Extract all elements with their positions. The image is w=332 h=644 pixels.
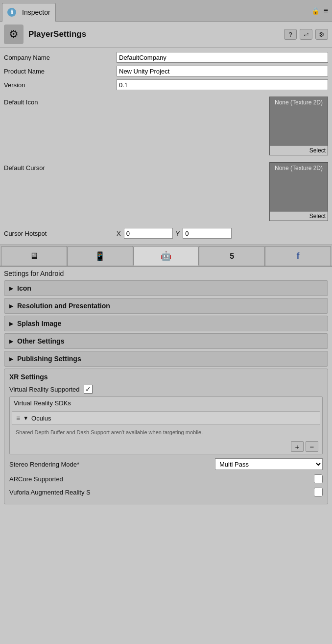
stereo-rendering-label: Stereo Rendering Mode* <box>9 461 215 468</box>
other-settings-label: Other Settings <box>17 337 64 345</box>
company-name-row: Company Name <box>4 51 328 63</box>
info-icon: ℹ <box>7 8 16 17</box>
help-button[interactable]: ? <box>284 29 297 40</box>
default-icon-select-button[interactable]: Select <box>270 146 328 155</box>
vr-supported-label: Virtual Reality Supported <box>9 386 80 393</box>
facebook-icon: f <box>297 251 300 261</box>
vr-sdk-add-button[interactable]: + <box>291 441 304 452</box>
resolution-section-header[interactable]: ▶ Resolution and Presentation <box>4 298 328 313</box>
resolution-section: ▶ Resolution and Presentation <box>4 298 328 314</box>
cursor-hotspot-x-input[interactable] <box>124 228 173 239</box>
oculus-sdk-name: Oculus <box>31 415 51 422</box>
cursor-hotspot-label: Cursor Hotspot <box>4 230 117 237</box>
xr-settings-title: XR Settings <box>9 373 323 381</box>
default-cursor-texture-label: None (Texture 2D) <box>273 163 325 172</box>
inspector-tab-label: Inspector <box>22 8 50 16</box>
default-icon-area: Default Icon None (Texture 2D) Select <box>4 97 328 160</box>
standalone-icon: 🖥 <box>29 251 38 261</box>
version-row: Version <box>4 79 328 91</box>
header-buttons: ? ⇌ ⚙ <box>284 29 328 40</box>
publishing-section-label: Publishing Settings <box>17 355 81 363</box>
android-icon: 🤖 <box>161 250 171 261</box>
menu-icon[interactable]: ≡ <box>324 6 328 15</box>
settings-section: Settings for Android ▶ Icon ▶ Resolution… <box>0 267 332 508</box>
icon-section-label: Icon <box>17 284 31 292</box>
splash-section-arrow: ▶ <box>9 321 13 326</box>
html5-icon: 5 <box>230 252 234 261</box>
other-settings-section: ▶ Other Settings <box>4 333 328 349</box>
main-content: Company Name Product Name Version Defaul… <box>0 48 332 245</box>
default-cursor-label: Default Cursor <box>4 162 117 172</box>
oculus-collapse-arrow[interactable]: ▼ <box>23 415 28 421</box>
ios-icon: 📱 <box>95 251 105 262</box>
oculus-sdk-note: Shared Depth Buffer and Dash Support are… <box>10 427 322 439</box>
publishing-section-header[interactable]: ▶ Publishing Settings <box>4 351 328 366</box>
platform-tab-standalone[interactable]: 🖥 <box>1 246 67 266</box>
cursor-hotspot-row: Cursor Hotspot X Y <box>4 228 328 239</box>
splash-section: ▶ Splash Image <box>4 316 328 331</box>
vuforia-checkbox[interactable] <box>314 488 323 496</box>
default-cursor-select-button[interactable]: Select <box>270 211 328 221</box>
player-settings-title: PlayerSettings <box>28 29 284 39</box>
arcore-checkbox[interactable] <box>314 474 323 483</box>
player-settings-header: ⚙ PlayerSettings ? ⇌ ⚙ <box>0 22 332 48</box>
vuforia-row: Vuforia Augmented Reality S <box>9 487 323 497</box>
icon-section-header[interactable]: ▶ Icon <box>4 281 328 296</box>
vr-sdk-remove-button[interactable]: − <box>306 441 318 452</box>
x-label: X <box>117 230 121 237</box>
cursor-hotspot-y-input[interactable] <box>183 228 232 239</box>
platform-tab-facebook[interactable]: f <box>265 246 331 266</box>
splash-section-header[interactable]: ▶ Splash Image <box>4 316 328 331</box>
vr-supported-row: Virtual Reality Supported ✓ <box>9 385 323 394</box>
drag-handle-icon: ≡ <box>16 414 20 422</box>
platform-tab-ios[interactable]: 📱 <box>67 246 133 266</box>
lock-icon[interactable]: 🔒 <box>311 7 320 15</box>
default-cursor-area: Default Cursor None (Texture 2D) Select <box>4 162 328 226</box>
resolution-section-label: Resolution and Presentation <box>17 302 110 310</box>
publishing-section-arrow: ▶ <box>9 356 13 362</box>
icon-section: ▶ Icon <box>4 280 328 296</box>
version-input[interactable] <box>117 79 328 90</box>
other-settings-header[interactable]: ▶ Other Settings <box>4 334 328 348</box>
default-icon-label: Default Icon <box>4 97 117 106</box>
arcore-row: ARCore Supported <box>9 473 323 484</box>
vuforia-label: Vuforia Augmented Reality S <box>9 489 314 496</box>
product-name-row: Product Name <box>4 65 328 77</box>
arcore-label: ARCore Supported <box>9 475 314 483</box>
cursor-hotspot-xy: X Y <box>117 228 232 239</box>
vr-sdk-add-remove: + − <box>10 439 322 454</box>
vr-sdk-oculus-item: ≡ ▼ Oculus <box>12 411 320 425</box>
default-icon-texture-box: None (Texture 2D) Select <box>269 97 328 155</box>
default-icon-texture-label: None (Texture 2D) <box>273 97 325 106</box>
platform-tab-html5[interactable]: 5 <box>199 246 265 266</box>
inspector-tab-bar: ℹ Inspector 🔒 ≡ <box>0 0 332 22</box>
product-name-input[interactable] <box>117 66 328 76</box>
vr-supported-checkbox[interactable]: ✓ <box>84 385 93 394</box>
resolution-section-arrow: ▶ <box>9 303 13 309</box>
settings-button[interactable]: ⚙ <box>315 29 328 40</box>
default-cursor-texture-box: None (Texture 2D) Select <box>269 162 328 221</box>
layout-button[interactable]: ⇌ <box>300 29 312 40</box>
company-name-input[interactable] <box>117 52 328 63</box>
company-name-label: Company Name <box>4 54 117 61</box>
version-label: Version <box>4 81 117 89</box>
splash-section-label: Splash Image <box>17 320 61 327</box>
settings-for-label: Settings for Android <box>4 270 328 277</box>
vr-sdks-header: Virtual Reality SDKs <box>10 397 322 409</box>
platform-tab-android[interactable]: 🤖 <box>133 246 199 266</box>
y-label: Y <box>176 230 180 237</box>
publishing-section: ▶ Publishing Settings <box>4 351 328 367</box>
vr-sdks-box: Virtual Reality SDKs ≡ ▼ Oculus Shared D… <box>9 396 323 454</box>
icon-section-arrow: ▶ <box>9 286 13 291</box>
player-settings-icon: ⚙ <box>4 25 24 44</box>
stereo-rendering-select[interactable]: Multi Pass Single Pass Single Pass Insta… <box>215 458 323 470</box>
inspector-tab-icons: 🔒 ≡ <box>311 6 332 15</box>
product-name-label: Product Name <box>4 68 117 75</box>
platform-tabs: 🖥 📱 🤖 5 f <box>0 245 332 267</box>
xr-settings-section: XR Settings Virtual Reality Supported ✓ … <box>4 369 328 504</box>
other-settings-arrow: ▶ <box>9 339 13 344</box>
inspector-tab[interactable]: ℹ Inspector <box>2 3 56 22</box>
stereo-rendering-row: Stereo Rendering Mode* Multi Pass Single… <box>9 457 323 471</box>
